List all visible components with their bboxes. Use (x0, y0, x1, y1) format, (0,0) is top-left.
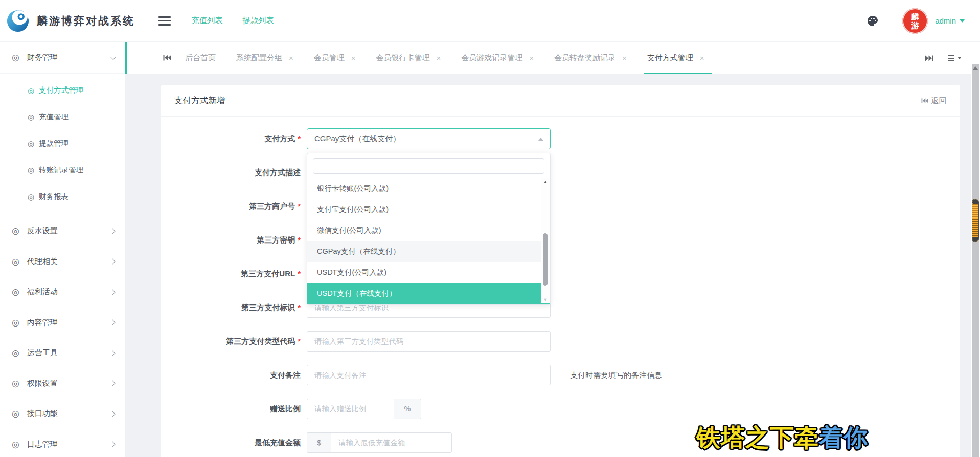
video-subtitle-watermark: 铁塔之下牵着你 (696, 422, 868, 454)
sidebar-group-content[interactable]: ◎ 内容管理 (0, 308, 125, 338)
ring-icon: ◎ (28, 166, 34, 174)
close-icon[interactable]: × (437, 54, 441, 62)
top-nav: 充值列表 提款列表 (191, 15, 274, 26)
form-row-pay-identifier: 第三方支付标识* (161, 297, 960, 318)
sidebar-item-transfer-records[interactable]: ◎ 转账记录管理 (0, 157, 125, 183)
sidebar-item-recharge[interactable]: ◎ 充值管理 (0, 103, 125, 130)
scroll-down-icon[interactable]: ▼ (541, 297, 550, 302)
dropdown-option-bankcard[interactable]: 银行卡转账(公司入款) (307, 178, 550, 199)
ring-icon: ◎ (12, 257, 19, 266)
top-nav-withdraw-list[interactable]: 提款列表 (242, 15, 274, 26)
dropdown-option-list: 银行卡转账(公司入款) 支付宝支付(公司入款) 微信支付(公司入款) CGPay… (307, 178, 550, 304)
user-menu[interactable]: admin (935, 16, 965, 25)
dropdown-option-cgpay[interactable]: CGPay支付（在线支付） (307, 241, 550, 262)
payment-method-form: 支付方式* CGPay支付（在线支付） 支付方式描述 第三方商户号* (161, 117, 960, 453)
ring-icon: ◎ (28, 140, 34, 147)
sidebar-group-finance[interactable]: ◎ 财务管理 (0, 42, 125, 74)
close-icon[interactable]: × (529, 54, 534, 62)
ring-icon: ◎ (12, 227, 19, 235)
chevron-right-icon (109, 411, 115, 417)
first-page-icon[interactable] (163, 54, 171, 61)
payment-method-select[interactable]: CGPay支付（在线支付） (307, 128, 551, 149)
bonus-ratio-input[interactable] (307, 399, 394, 419)
top-nav-recharge-list[interactable]: 充值列表 (191, 15, 223, 26)
page-scrollbar-thumb[interactable] (972, 199, 979, 242)
tab-accent-line (125, 42, 127, 74)
dropdown-scroll-thumb[interactable] (543, 233, 548, 286)
tab-member-bankcard[interactable]: 会员银行卡管理 × (376, 42, 441, 74)
dropdown-option-usdt-company[interactable]: USDT支付(公司入款) (307, 262, 550, 283)
sidebar-collapsed-groups: ◎ 反水设置 ◎ 代理相关 ◎ 福利活动 ◎ 内容管理 ◎ 运营工具 (0, 216, 125, 457)
sidebar-group-operation[interactable]: ◎ 运营工具 (0, 338, 125, 368)
close-icon[interactable]: × (622, 54, 627, 62)
payment-method-dropdown: 银行卡转账(公司入款) 支付宝支付(公司入款) 微信支付(公司入款) CGPay… (307, 153, 551, 305)
ring-icon: ◎ (12, 349, 19, 357)
ring-icon: ◎ (12, 318, 19, 327)
tab-member-management[interactable]: 会员管理 × (314, 42, 356, 74)
close-icon[interactable]: × (289, 54, 293, 62)
tab-dashboard[interactable]: 后台首页 (185, 42, 216, 74)
sidebar-group-welfare[interactable]: ◎ 福利活动 (0, 277, 125, 308)
form-row-payment-method: 支付方式* CGPay支付（在线支付） (161, 128, 960, 149)
close-icon[interactable]: × (351, 54, 356, 62)
pay-type-code-input[interactable] (307, 331, 551, 352)
sidebar-item-finance-report[interactable]: ◎ 财务报表 (0, 183, 125, 210)
dropdown-search-input[interactable] (313, 158, 544, 174)
brand-title: 麟游博弈对战系统 (37, 14, 135, 28)
pay-remark-hint: 支付时需要填写的备注信息 (570, 371, 662, 380)
tab-member-game-records[interactable]: 会员游戏记录管理 × (461, 42, 534, 74)
sidebar: ◎ 财务管理 ◎ 支付方式管理 ◎ 充值管理 ◎ 提款管理 ◎ 转账记录管理 ◎ (0, 42, 125, 457)
form-row-pay-url: 第三方支付URL* (161, 264, 960, 284)
panel-header: 支付方式新增 返回 (161, 85, 960, 117)
form-row-description: 支付方式描述 (161, 162, 960, 183)
brand-logo-icon (6, 9, 30, 33)
tab-payment-method[interactable]: 支付方式管理 × (647, 42, 704, 74)
chevron-right-icon (109, 228, 115, 234)
form-row-bonus-ratio: 赠送比例 % (161, 399, 960, 419)
form-row-merchant-id: 第三方商户号* (161, 196, 960, 216)
tab-list-menu-icon[interactable] (948, 55, 962, 62)
dropdown-scrollbar[interactable]: ▲ ▼ (541, 178, 550, 303)
pay-remark-input[interactable] (307, 365, 551, 385)
collapse-menu-icon[interactable] (158, 16, 171, 26)
user-avatar[interactable]: 麟游 (902, 8, 928, 34)
select-value: CGPay支付（在线支付） (314, 134, 400, 144)
dropdown-option-wechat[interactable]: 微信支付(公司入款) (307, 220, 550, 241)
form-row-secret-key: 第三方密钥* (161, 230, 960, 250)
tab-bar: 后台首页 系统配置分组 × 会员管理 × 会员银行卡管理 × 会员游戏记录管理 … (125, 42, 971, 74)
tab-member-wheel-rewards[interactable]: 会员转盘奖励记录 × (554, 42, 627, 74)
tab-system-config-group[interactable]: 系统配置分组 × (236, 42, 293, 74)
sidebar-group-rebate[interactable]: ◎ 反水设置 (0, 216, 125, 247)
theme-palette-icon[interactable] (867, 15, 879, 27)
sidebar-group-api[interactable]: ◎ 接口功能 (0, 399, 125, 429)
last-page-icon[interactable] (925, 55, 933, 62)
ring-icon: ◎ (12, 53, 19, 62)
ring-icon: ◎ (28, 86, 34, 94)
username-label: admin (935, 16, 956, 25)
close-icon[interactable]: × (700, 54, 704, 62)
dropdown-option-usdt-online[interactable]: USDT支付（在线支付） (307, 283, 550, 304)
min-recharge-input[interactable] (331, 432, 452, 453)
sidebar-group-logs[interactable]: ◎ 日志管理 (0, 429, 125, 457)
top-bar: 麟游博弈对战系统 充值列表 提款列表 麟游 admin (0, 0, 980, 42)
chevron-down-icon (110, 54, 116, 59)
chevron-right-icon (109, 289, 115, 295)
chevron-right-icon (109, 350, 115, 356)
caret-down-icon (958, 57, 962, 59)
dollar-addon: $ (307, 432, 331, 453)
sidebar-item-withdraw[interactable]: ◎ 提款管理 (0, 130, 125, 157)
sidebar-item-payment-method[interactable]: ◎ 支付方式管理 (0, 77, 125, 103)
form-row-pay-type-code: 第三方支付类型代码* (161, 331, 960, 352)
back-button[interactable]: 返回 (921, 96, 947, 106)
user-caret-down-icon (960, 19, 965, 23)
scrollbar-up-arrow-icon[interactable] (973, 66, 978, 70)
sidebar-group-agent[interactable]: ◎ 代理相关 (0, 247, 125, 277)
scroll-up-icon[interactable]: ▲ (541, 179, 550, 184)
ring-icon: ◎ (28, 193, 34, 201)
chevron-right-icon (109, 381, 115, 386)
sidebar-group-permission[interactable]: ◎ 权限设置 (0, 368, 125, 399)
dropdown-option-alipay[interactable]: 支付宝支付(公司入款) (307, 199, 550, 220)
ring-icon: ◎ (12, 409, 19, 418)
chevron-right-icon (109, 259, 115, 265)
page-scrollbar-track[interactable] (972, 64, 979, 457)
